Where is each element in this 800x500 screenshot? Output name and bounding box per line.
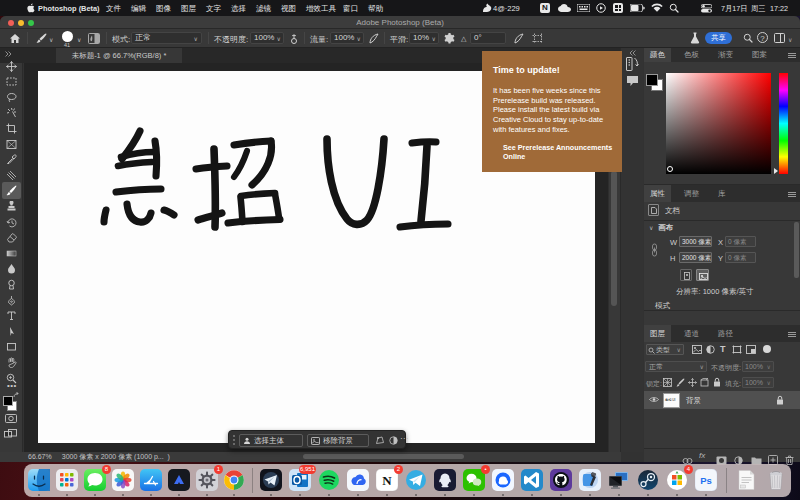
svg-text:N: N	[382, 473, 392, 488]
svg-text:Ps: Ps	[700, 475, 712, 486]
